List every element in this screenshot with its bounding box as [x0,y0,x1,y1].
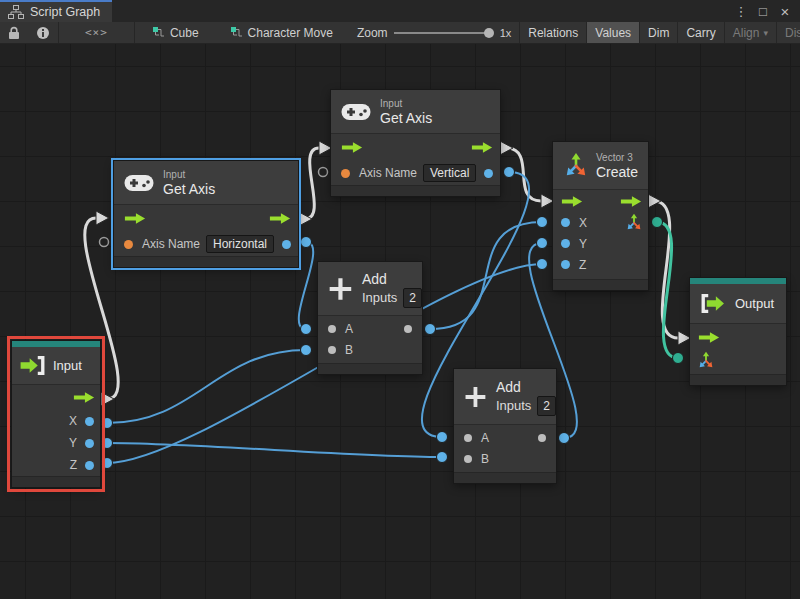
y-out-port[interactable] [85,439,94,448]
zoom-label: Zoom [357,26,388,40]
node-title: Add [496,378,556,396]
maximize-icon[interactable]: □ [754,4,772,19]
code-preview-button[interactable]: <×> [59,22,134,43]
node-graph-input[interactable]: Input X Y Z [12,341,100,487]
input-unit-icon [19,355,47,376]
port-label: X [579,216,587,230]
node-add-2[interactable]: Add Inputs 2 A B [454,369,556,483]
vector3-icon [563,152,589,179]
vector3-in-port[interactable] [697,351,715,370]
info-icon [36,26,50,40]
flow-out-arrow-icon[interactable] [73,391,95,404]
code-icon: <×> [67,26,126,39]
dim-button[interactable]: Dim [639,22,677,43]
node-get-axis-horizontal[interactable]: Input Get Axis Axis Name Horizontal [114,161,298,267]
inputs-count-field[interactable]: 2 [537,396,556,416]
zoom-slider[interactable] [394,22,494,43]
node-get-axis-vertical[interactable]: Input Get Axis Axis Name Vertical [331,90,500,196]
sum-out-port[interactable] [538,434,546,442]
port-label: Y [69,436,77,450]
zoom-slider-knob[interactable] [484,28,494,38]
breadcrumb-label: Character Move [248,26,333,40]
flow-in-arrow-icon[interactable] [561,195,583,208]
x-out-port[interactable] [85,417,94,426]
toolbar-separator [134,22,135,43]
tab-title: Script Graph [30,5,100,19]
value-out-port[interactable] [282,240,291,249]
plus-icon [328,274,353,304]
inputs-label: Inputs [362,289,397,307]
node-footer [553,279,648,290]
node-footer [12,476,100,487]
port-label: A [345,322,353,336]
values-button[interactable]: Values [586,22,639,43]
port-label: A [481,431,489,445]
z-in-port[interactable] [561,260,570,269]
port-label: Z [70,458,77,472]
value-out-port[interactable] [484,169,493,178]
align-dropdown[interactable]: Align▾ [724,22,776,43]
port-label: X [69,414,77,428]
inputs-count-field[interactable]: 2 [403,288,422,308]
node-vector3-create[interactable]: Vector 3 Create X Y Z [553,142,648,290]
node-title: Create [596,164,638,181]
node-footer [114,256,298,267]
node-kind: Vector 3 [596,151,638,164]
flow-in-arrow-icon[interactable] [698,331,720,344]
distribute-dropdown[interactable]: Distribute▾ [776,22,800,43]
lock-icon [8,26,20,40]
vector3-out-port[interactable] [625,213,643,232]
gamepad-icon [341,102,371,122]
flow-out-arrow-icon[interactable] [269,212,291,225]
b-in-port[interactable] [328,346,336,354]
port-label: Z [579,258,586,272]
flow-in-arrow-icon[interactable] [341,141,363,154]
dropdown-caret-icon: ▾ [763,28,768,38]
relations-button[interactable]: Relations [519,22,586,43]
b-in-port[interactable] [464,455,472,463]
carry-button[interactable]: Carry [677,22,723,43]
node-title: Get Axis [380,110,432,127]
node-graph-output[interactable]: Output [690,278,786,385]
tab-bar: Script Graph ⋮ □ × [0,0,800,23]
flow-out-arrow-icon[interactable] [471,141,493,154]
close-icon[interactable]: × [776,3,794,20]
graph-crumb-icon [153,27,165,39]
menu-icon[interactable]: ⋮ [732,4,750,19]
flow-out-arrow-icon[interactable] [620,195,642,208]
node-kind: Input [163,168,215,181]
zoom-value: 1x [500,27,512,39]
axis-name-port[interactable] [341,169,350,178]
flow-in-arrow-icon[interactable] [124,212,146,225]
zoom-slider-track[interactable] [394,32,488,34]
a-in-port[interactable] [328,325,336,333]
axis-name-field[interactable]: Vertical [423,164,476,182]
lock-button[interactable] [0,22,28,43]
z-out-port[interactable] [85,461,94,470]
window-controls: ⋮ □ × [732,0,800,22]
y-in-port[interactable] [561,239,570,248]
toolbar-toggle-group: Relations Values Dim Carry Align▾ Distri… [519,22,800,43]
node-title: Output [735,296,774,311]
x-in-port[interactable] [561,218,570,227]
a-in-port[interactable] [464,434,472,442]
breadcrumb-character-move[interactable]: Character Move [221,26,343,40]
axis-name-field[interactable]: Horizontal [206,235,274,253]
node-kind: Input [380,97,432,110]
tab-script-graph[interactable]: Script Graph [0,0,112,22]
node-add-1[interactable]: Add Inputs 2 A B [318,262,422,374]
output-unit-icon [698,293,728,314]
node-footer [454,472,556,483]
breadcrumb-cube[interactable]: Cube [143,26,209,40]
axis-name-port[interactable] [124,240,133,249]
graph-crumb-icon [231,27,243,39]
sum-out-port[interactable] [404,325,412,333]
plus-icon [464,382,487,412]
node-footer [331,185,500,196]
node-title: Add [362,270,422,288]
param-label: Axis Name [359,166,417,180]
node-title: Get Axis [163,181,215,198]
param-label: Axis Name [142,237,200,251]
port-label: B [345,343,353,357]
info-button[interactable] [28,22,58,43]
